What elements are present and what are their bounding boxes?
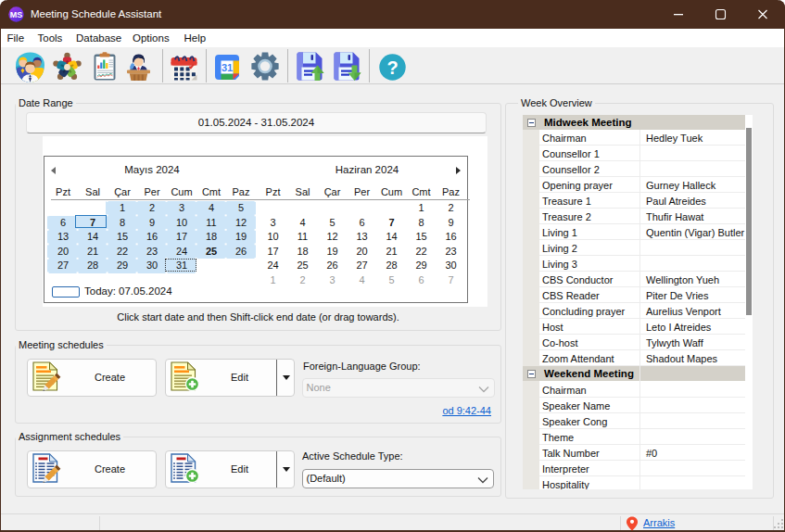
svg-text:31: 31 <box>222 62 233 73</box>
svg-text:MS: MS <box>10 10 23 19</box>
svg-text:?: ? <box>386 57 398 77</box>
